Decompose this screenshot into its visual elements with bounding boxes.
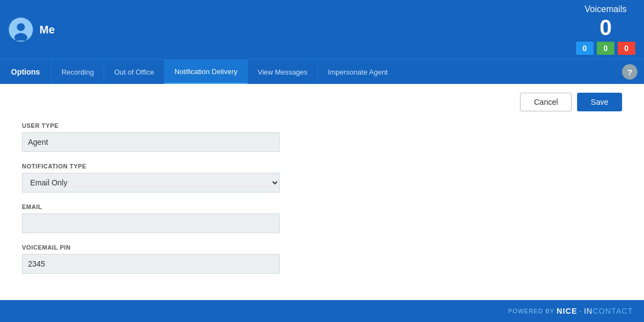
voicemail-count: 0 xyxy=(576,16,635,38)
tab-out-of-office[interactable]: Out of Office xyxy=(104,60,164,84)
app-header: Me Voicemails 0 0 0 0 xyxy=(0,0,644,59)
tab-bar: Options Recording Out of Office Notifica… xyxy=(0,59,644,84)
main-content: Cancel Save USER TYPE NOTIFICATION TYPE … xyxy=(0,84,644,300)
tab-recording[interactable]: Recording xyxy=(51,60,104,84)
email-input[interactable] xyxy=(22,213,280,233)
user-type-input xyxy=(22,132,280,152)
email-label: EMAIL xyxy=(22,204,622,210)
email-section: EMAIL xyxy=(22,204,622,233)
badge-green: 0 xyxy=(597,42,614,55)
nice-logo: NICE xyxy=(557,307,577,315)
dot-separator: · xyxy=(579,308,581,314)
badge-blue: 0 xyxy=(576,42,594,55)
voicemail-title: Voicemails xyxy=(576,4,635,14)
user-name: Me xyxy=(39,24,55,36)
tab-view-messages[interactable]: View Messages xyxy=(247,60,318,84)
voicemail-section: Voicemails 0 0 0 0 xyxy=(576,4,635,55)
tab-notification-delivery[interactable]: Notification Delivery xyxy=(164,60,247,84)
notification-type-section: NOTIFICATION TYPE Email Only SMS Only Bo… xyxy=(22,163,622,193)
tabs-container: Recording Out of Office Notification Del… xyxy=(51,60,398,84)
footer: POWERED BY NICE · inContact xyxy=(0,300,644,322)
svg-point-1 xyxy=(17,23,25,31)
badge-red: 0 xyxy=(618,42,635,55)
incontact-logo: inContact xyxy=(584,307,633,315)
voicemail-pin-section: VOICEMAIL PIN xyxy=(22,244,622,274)
notification-type-select[interactable]: Email Only SMS Only Both Email and SMS N… xyxy=(22,173,280,193)
action-bar: Cancel Save xyxy=(22,93,622,111)
voicemail-pin-input[interactable] xyxy=(22,254,280,274)
powered-by: POWERED BY NICE · inContact xyxy=(508,307,633,315)
user-type-label: USER TYPE xyxy=(22,122,622,129)
user-info: Me xyxy=(9,18,55,42)
voicemail-pin-label: VOICEMAIL PIN xyxy=(22,244,622,251)
save-button[interactable]: Save xyxy=(577,93,622,111)
voicemail-badges: 0 0 0 xyxy=(576,42,635,55)
cancel-button[interactable]: Cancel xyxy=(520,93,572,111)
options-label: Options xyxy=(0,67,51,76)
notification-type-label: NOTIFICATION TYPE xyxy=(22,163,622,170)
tab-impersonate-agent[interactable]: Impersonate Agent xyxy=(318,60,398,84)
avatar xyxy=(9,18,33,42)
powered-by-text: POWERED BY xyxy=(508,308,555,314)
user-type-section: USER TYPE xyxy=(22,122,622,152)
help-button[interactable]: ? xyxy=(622,64,637,80)
